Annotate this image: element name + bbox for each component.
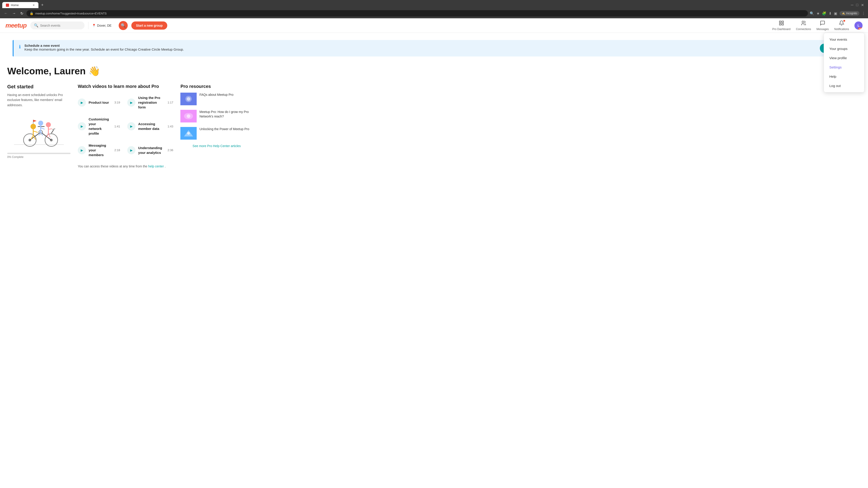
messages-icon <box>820 20 825 27</box>
browser-chrome: Home ✕ + ─ □ ✕ ← → ↻ 🔒 meetup.com/home/?… <box>0 0 868 18</box>
svg-point-29 <box>46 122 51 127</box>
dropdown-settings[interactable]: Settings <box>824 63 864 72</box>
resource-item-2[interactable]: Unlocking the Power of Meetup Pro <box>180 127 253 140</box>
dropdown-log-out[interactable]: Log out <box>824 81 864 90</box>
back-button[interactable]: ← <box>3 10 9 16</box>
meetup-header: meetup 🔍 📍 Dover, DE 🔍 Start a new group… <box>0 18 868 33</box>
start-group-button[interactable]: Start a new group <box>131 22 167 30</box>
video-item-4[interactable]: ▶ Messaging your members 2:18 <box>78 141 120 159</box>
play-button-0[interactable]: ▶ <box>78 98 86 107</box>
notification-description: Keep the momentum going in the new year.… <box>24 47 184 51</box>
play-button-3[interactable]: ▶ <box>127 122 135 130</box>
nav-notifications[interactable]: Notifications <box>834 20 849 31</box>
svg-marker-23 <box>33 120 37 122</box>
svg-rect-36 <box>187 97 190 101</box>
video-item-0[interactable]: ▶ Product tour 3:19 <box>78 94 120 111</box>
svg-rect-1 <box>782 21 783 23</box>
video-item-2[interactable]: ▶ Customizing your network profile 1:41 <box>78 115 120 138</box>
browser-tab-home[interactable]: Home ✕ <box>2 2 38 8</box>
video-item-5[interactable]: ▶ Understanding your analytics 2:36 <box>127 141 173 159</box>
search-button[interactable]: 🔍 <box>119 21 128 30</box>
help-center-link[interactable]: help center <box>148 164 164 168</box>
resource-thumbnail-1 <box>180 110 197 123</box>
svg-line-20 <box>31 135 33 140</box>
svg-line-16 <box>53 129 55 129</box>
browser-controls: ← → ↻ 🔒 meetup.com/home/?suggested=true&… <box>0 8 868 18</box>
play-button-4[interactable]: ▶ <box>78 146 86 154</box>
url-display: meetup.com/home/?suggested=true&source=E… <box>35 12 107 15</box>
see-more-link[interactable]: See more Pro Help Center articles <box>180 144 253 148</box>
forward-button[interactable]: → <box>11 10 17 16</box>
dropdown-your-events[interactable]: Your events <box>824 35 864 44</box>
wave-emoji: 👋 <box>88 66 100 76</box>
incognito-icon: 🕵 <box>842 12 845 15</box>
play-button-1[interactable]: ▶ <box>127 98 135 107</box>
browser-actions: 🔍 ★ 🧩 ⬇ ▣ 🕵 Incognito ⋮ <box>810 11 865 15</box>
dropdown-help[interactable]: Help <box>824 72 864 81</box>
nav-avatar[interactable]: L PRO <box>855 22 863 30</box>
get-started-section: Get started Having an event scheduled un… <box>7 84 70 168</box>
header-nav: Pro Dashboard Connections Messages <box>772 20 863 31</box>
tab-close-button[interactable]: ✕ <box>33 4 35 7</box>
split-view-icon[interactable]: ▣ <box>834 11 837 15</box>
search-bar[interactable]: 🔍 <box>30 22 85 29</box>
progress-bar-track <box>7 153 70 154</box>
video-info-4: Messaging your members <box>89 143 109 157</box>
search-input[interactable] <box>40 24 81 27</box>
bookmark-icon[interactable]: ★ <box>816 11 819 15</box>
minimize-button[interactable]: ─ <box>851 3 853 7</box>
resource-text-0: FAQs about Meetup Pro <box>199 93 233 97</box>
video-title-1: Using the Pro registration form <box>138 95 162 109</box>
notifications-label: Notifications <box>834 28 849 31</box>
search-icon[interactable]: 🔍 <box>810 11 814 15</box>
video-item-3[interactable]: ▶ Accessing member data 1:43 <box>127 115 173 138</box>
new-tab-button[interactable]: + <box>39 2 45 8</box>
resource-thumbnail-0 <box>180 93 197 105</box>
svg-point-42 <box>187 132 190 135</box>
dropdown-view-profile[interactable]: View profile <box>824 53 864 63</box>
svg-point-4 <box>802 21 804 23</box>
notifications-icon <box>839 20 844 27</box>
notification-banner-wrapper: ℹ Schedule a new event Keep the momentum… <box>0 33 868 57</box>
notification-banner: ℹ Schedule a new event Keep the momentum… <box>13 40 855 57</box>
video-title-0: Product tour <box>89 100 109 105</box>
extensions-icon[interactable]: 🧩 <box>822 11 827 15</box>
video-info-5: Understanding your analytics <box>138 145 162 155</box>
reload-button[interactable]: ↻ <box>19 10 25 17</box>
svg-line-26 <box>41 128 44 129</box>
nav-connections[interactable]: Connections <box>796 20 811 31</box>
download-icon[interactable]: ⬇ <box>829 11 832 15</box>
address-bar[interactable]: 🔒 meetup.com/home/?suggested=true&source… <box>26 10 808 17</box>
resource-item-0[interactable]: FAQs about Meetup Pro <box>180 93 253 105</box>
menu-icon[interactable]: ⋮ <box>862 11 865 15</box>
maximize-button[interactable]: □ <box>856 3 858 7</box>
location-bar[interactable]: 📍 Dover, DE <box>88 22 115 29</box>
dropdown-your-groups[interactable]: Your groups <box>824 44 864 53</box>
nav-messages[interactable]: Messages <box>816 20 829 31</box>
resource-item-1[interactable]: Meetup Pro: How do I grow my Pro Network… <box>180 110 253 123</box>
lock-icon: 🔒 <box>30 11 33 15</box>
svg-line-31 <box>49 129 52 129</box>
play-button-5[interactable]: ▶ <box>127 146 135 154</box>
svg-point-17 <box>31 124 36 129</box>
video-title-2: Customizing your network profile <box>89 117 109 136</box>
close-window-button[interactable]: ✕ <box>861 3 864 7</box>
search-icon: 🔍 <box>34 23 38 28</box>
video-duration-2: 1:41 <box>112 125 120 128</box>
progress-bar-container: 0% Complete <box>7 153 70 159</box>
video-item-1[interactable]: ▶ Using the Pro registration form 1:17 <box>127 94 173 111</box>
nav-pro-dashboard[interactable]: Pro Dashboard <box>772 20 790 31</box>
play-button-2[interactable]: ▶ <box>78 122 86 130</box>
avatar: L PRO <box>855 22 863 30</box>
get-started-title: Get started <box>7 84 70 90</box>
video-duration-1: 1:17 <box>165 101 173 104</box>
notification-dot <box>843 20 845 22</box>
svg-line-33 <box>49 133 50 137</box>
info-icon: ℹ <box>19 44 21 50</box>
meetup-logo[interactable]: meetup <box>5 22 27 29</box>
pro-badge: PRO <box>858 28 863 30</box>
welcome-text: Welcome, Lauren <box>7 66 86 76</box>
svg-point-39 <box>187 114 190 118</box>
video-duration-0: 3:19 <box>112 101 120 104</box>
bike-illustration <box>12 113 66 149</box>
